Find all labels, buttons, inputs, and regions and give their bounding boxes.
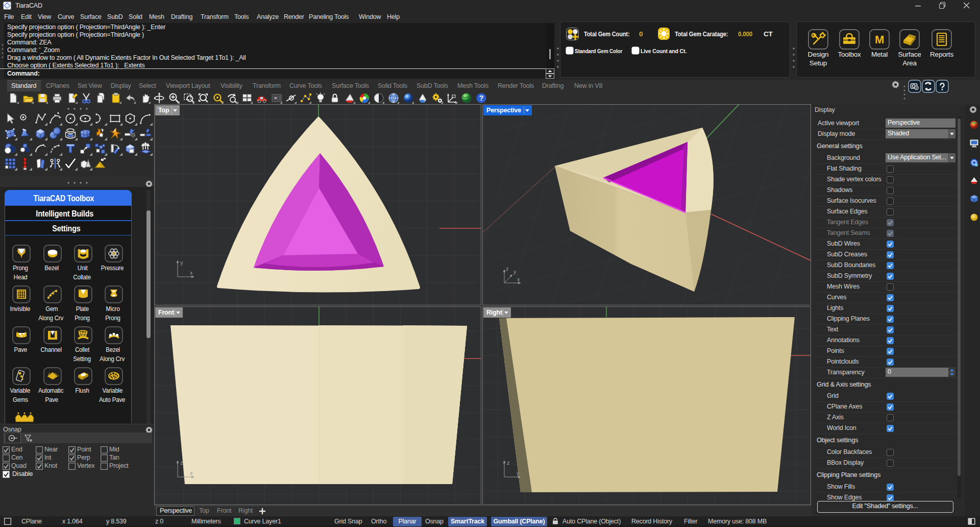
svg-text:y: y [513, 269, 517, 275]
svg-text:x: x [190, 470, 193, 476]
svg-text:z: z [507, 460, 509, 466]
svg-text:x: x [517, 276, 520, 282]
svg-text:x: x [190, 270, 193, 276]
svg-text:z: z [180, 460, 183, 466]
svg-text:y: y [180, 259, 183, 266]
svg-text:?: ? [479, 94, 483, 102]
svg-text:M: M [875, 33, 884, 46]
svg-text:y: y [517, 470, 520, 476]
svg-text:z: z [506, 266, 508, 272]
